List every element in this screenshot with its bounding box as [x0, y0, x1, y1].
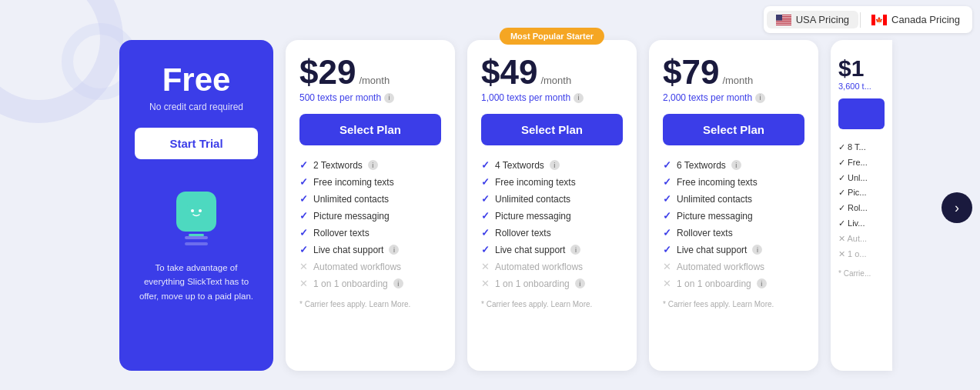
partial-feature-3: ✓ Pic...: [838, 185, 885, 201]
plan-49-carrier-note: * Carrier fees apply. Learn More.: [481, 300, 623, 308]
start-trial-button[interactable]: Start Trial: [135, 128, 258, 159]
check-icon: ✓: [299, 244, 308, 255]
svg-rect-12: [776, 24, 791, 25]
plan-29-features: ✓ 2 Textwords i ✓ Free incoming texts ✓ …: [299, 159, 441, 289]
plan-49-period: /month: [540, 75, 571, 86]
svg-rect-9: [776, 22, 791, 22]
svg-rect-7: [776, 20, 791, 21]
plan-49-texts-info[interactable]: i: [574, 93, 584, 103]
textwords-info[interactable]: i: [550, 160, 560, 170]
partial-feature-4: ✓ Rol...: [838, 201, 885, 216]
plan-79-feature-3: ✓ Picture messaging: [663, 210, 804, 222]
chat-svg-icon: [186, 202, 207, 221]
chat-icon-stand: [185, 242, 208, 245]
plan-79-amount: $79: [663, 55, 719, 89]
x-icon: ✕: [299, 261, 308, 272]
plan-29-price-line: $29 /month: [299, 55, 441, 89]
plan-29-feature-5: ✓ Live chat support i: [299, 244, 441, 255]
plan-49-feature-3: ✓ Picture messaging: [481, 210, 623, 222]
plan-29-feature-4: ✓ Rollover texts: [299, 227, 441, 238]
partial-texts: 3,600 t...: [838, 82, 885, 91]
usa-pricing-label: USA Pricing: [796, 14, 849, 25]
check-icon: ✓: [663, 193, 671, 205]
livechat-info[interactable]: i: [752, 245, 762, 255]
upgrade-text: To take advantage of everything SlickTex…: [135, 261, 258, 303]
plan-79-feature-0: ✓ 6 Textwords i: [663, 159, 804, 171]
plan-79-feature-1: ✓ Free incoming texts: [663, 176, 804, 188]
partial-feature-6: ✕ Aut...: [838, 232, 885, 247]
plan-partial-card: $1 3,600 t... ✓ 8 T... ✓ Fre... ✓ Unl...…: [831, 40, 892, 371]
free-plan-subtitle: No credit card required: [149, 102, 243, 112]
page-wrapper: USA Pricing 🍁 Canada Pricing Free No cre…: [0, 0, 980, 390]
plan-29-feature-0: ✓ 2 Textwords i: [299, 159, 441, 171]
check-icon: ✓: [299, 159, 308, 171]
livechat-info[interactable]: i: [389, 245, 399, 255]
check-icon: ✓: [481, 244, 490, 255]
plan-79-texts-info[interactable]: i: [755, 93, 765, 103]
check-icon: ✓: [481, 193, 490, 205]
check-icon: ✓: [481, 210, 490, 222]
textwords-info[interactable]: i: [368, 160, 378, 170]
free-plan-card: Free No credit card required Start Trial…: [119, 40, 273, 371]
plan-49-feature-6: ✕ Automated workflows: [481, 261, 623, 272]
plan-79-texts: 2,000 texts per month i: [663, 92, 804, 103]
plan-79-period: /month: [722, 75, 753, 86]
livechat-info[interactable]: i: [570, 245, 580, 255]
plan-79-feature-7: ✕ 1 on 1 onboarding i: [663, 278, 804, 289]
plan-79-cta-button[interactable]: Select Plan: [663, 114, 804, 145]
onboarding-info[interactable]: i: [393, 278, 403, 288]
check-icon: ✓: [299, 176, 308, 188]
plan-29-card: $29 /month 500 texts per month i Select …: [286, 40, 455, 371]
svg-rect-8: [776, 21, 791, 22]
textwords-info[interactable]: i: [731, 160, 741, 170]
x-icon: ✕: [663, 278, 671, 289]
x-icon: ✕: [299, 278, 308, 289]
plan-49-cta-button[interactable]: Select Plan: [481, 114, 623, 145]
onboarding-info[interactable]: i: [757, 278, 767, 288]
pricing-divider: [860, 12, 861, 28]
next-arrow-icon: ›: [955, 200, 959, 216]
plan-49-price-line: $49 /month: [481, 55, 623, 89]
usa-pricing-option[interactable]: USA Pricing: [767, 11, 858, 28]
partial-feature-0: ✓ 8 T...: [838, 140, 885, 155]
check-icon: ✓: [663, 210, 671, 222]
plan-79-feature-4: ✓ Rollover texts: [663, 227, 804, 238]
plan-49-feature-5: ✓ Live chat support i: [481, 244, 623, 255]
check-icon: ✓: [299, 193, 308, 205]
free-plan-name: Free: [162, 62, 231, 98]
canada-pricing-label: Canada Pricing: [891, 14, 960, 25]
x-icon: ✕: [481, 261, 490, 272]
x-icon: ✕: [663, 261, 671, 272]
partial-carrier: * Carrie...: [838, 269, 885, 278]
svg-rect-13: [776, 15, 782, 21]
canada-pricing-option[interactable]: 🍁 Canada Pricing: [862, 11, 969, 28]
next-button[interactable]: ›: [942, 192, 972, 223]
plan-29-feature-7: ✕ 1 on 1 onboarding i: [299, 278, 441, 289]
onboarding-info[interactable]: i: [575, 278, 585, 288]
chat-icon: [176, 192, 216, 232]
plan-49-feature-4: ✓ Rollover texts: [481, 227, 623, 238]
plan-79-carrier-note: * Carrier fees apply. Learn More.: [663, 300, 804, 308]
plan-29-texts: 500 texts per month i: [299, 92, 441, 103]
partial-feature-5: ✓ Liv...: [838, 216, 885, 232]
svg-rect-10: [776, 22, 791, 23]
cards-area: Free No credit card required Start Trial…: [119, 40, 892, 371]
plan-29-carrier-note: * Carrier fees apply. Learn More.: [299, 300, 441, 308]
plan-49-feature-1: ✓ Free incoming texts: [481, 176, 623, 188]
canada-flag-icon: 🍁: [871, 15, 887, 25]
plan-29-texts-info[interactable]: i: [384, 93, 394, 103]
svg-rect-16: [883, 15, 887, 25]
partial-feature-1: ✓ Fre...: [838, 155, 885, 171]
plan-29-feature-1: ✓ Free incoming texts: [299, 176, 441, 188]
plan-29-cta-button[interactable]: Select Plan: [299, 114, 441, 145]
plan-49-card: Most Popular Starter $49 /month 1,000 te…: [467, 40, 637, 371]
plan-49-feature-7: ✕ 1 on 1 onboarding i: [481, 278, 623, 289]
x-icon: ✕: [481, 278, 490, 289]
partial-cta: [838, 98, 885, 129]
check-icon: ✓: [663, 227, 671, 238]
check-icon: ✓: [299, 227, 308, 238]
svg-point-20: [199, 209, 202, 212]
plan-79-features: ✓ 6 Textwords i ✓ Free incoming texts ✓ …: [663, 159, 804, 289]
plan-79-card: $79 /month 2,000 texts per month i Selec…: [649, 40, 818, 371]
plan-29-amount: $29: [299, 55, 356, 89]
